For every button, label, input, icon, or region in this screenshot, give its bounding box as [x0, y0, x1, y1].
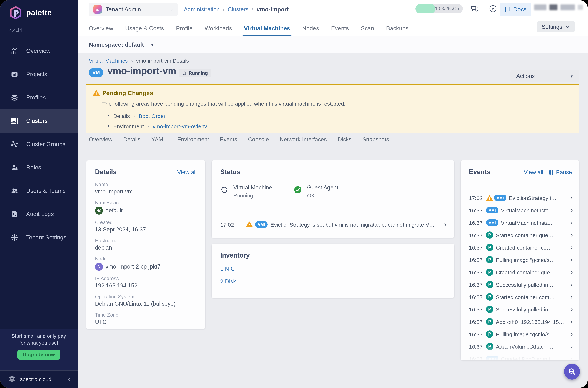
event-row[interactable]: 16:37 P Successfully pulled im… ›	[469, 303, 573, 315]
events-view-all-link[interactable]: View all	[524, 169, 543, 175]
inventory-card-title: Inventory	[220, 252, 250, 259]
inventory-nic-link[interactable]: 1 NIC	[220, 266, 446, 272]
chevron-right-icon: ›	[444, 220, 446, 228]
chevron-right-icon: ›	[147, 123, 149, 129]
sidebar-item-cluster-groups[interactable]: Cluster Groups	[0, 133, 78, 156]
pod-badge: P	[486, 244, 493, 251]
refresh-icon	[182, 71, 186, 75]
sidebar-item-roles[interactable]: Roles	[0, 156, 78, 179]
subtab-console[interactable]: Console	[248, 136, 269, 143]
sidebar-item-users-teams[interactable]: Users & Teams	[0, 179, 78, 203]
event-row[interactable]: 16:37 VMI VirtualMachineInsta… ›	[469, 204, 573, 217]
subtab-disks[interactable]: Disks	[338, 136, 352, 143]
breadcrumb-clusters[interactable]: Clusters	[228, 6, 249, 13]
event-row[interactable]: 16:37 P Pulling image "gcr.io/s… ›	[469, 328, 573, 340]
book-icon	[504, 6, 511, 13]
chevron-right-icon: ›	[570, 330, 573, 338]
sidebar: palette 4.4.14 Overview Projects Profil	[0, 0, 78, 388]
topbar: Tenant Admin ∨ Administration / Clusters…	[78, 0, 588, 37]
actions-dropdown[interactable]: Actions ▼	[510, 70, 579, 82]
pod-badge: P	[486, 231, 493, 239]
event-row[interactable]: 16:37 P AttachVolume.Attach … ›	[469, 340, 573, 353]
event-row[interactable]: 16:37 P Pulling image "gcr.io/s… ›	[469, 254, 573, 266]
pod-badge: P	[486, 318, 493, 325]
breadcrumb-current: vmo-import	[256, 6, 289, 13]
settings-label: Settings	[542, 24, 562, 30]
search-fab[interactable]	[564, 364, 580, 380]
compass-icon[interactable]	[489, 4, 497, 13]
docs-button[interactable]: Docs	[500, 2, 531, 16]
event-row[interactable]: 16:37 VMI VirtualMachineInsta… ›	[469, 217, 573, 229]
subtab-details[interactable]: Details	[123, 136, 140, 143]
events-list: 17:02 VMI EvictionStrategy i… › 16:37 VM…	[461, 192, 579, 360]
sidebar-item-overview[interactable]: Overview	[0, 39, 78, 63]
sidebar-item-profiles[interactable]: Profiles	[0, 86, 78, 109]
pod-badge: P	[486, 268, 493, 276]
pending-changes-title: Pending Changes	[102, 90, 153, 97]
event-row[interactable]: 17:02 VMI EvictionStrategy i… ›	[469, 192, 573, 204]
subtab-network-interfaces[interactable]: Network Interfaces	[280, 136, 327, 143]
roles-icon	[10, 163, 19, 172]
pending-link-boot-order[interactable]: Boot Order	[139, 113, 165, 119]
settings-button[interactable]: Settings	[537, 21, 575, 32]
tab-workloads[interactable]: Workloads	[205, 20, 232, 36]
breadcrumb-administration[interactable]: Administration	[184, 6, 220, 13]
promo-line-1: Start small and only pay	[0, 333, 78, 340]
event-row[interactable]: 16:37 P Started container gue… ›	[469, 229, 573, 241]
subtab-yaml[interactable]: YAML	[152, 136, 166, 143]
event-row[interactable]: 16:37 P Add eth0 [192.168.194.15… ›	[469, 315, 573, 328]
sidebar-item-clusters[interactable]: Clusters	[0, 109, 78, 133]
events-pause-button[interactable]: Pause	[549, 169, 572, 175]
sidebar-item-projects[interactable]: Projects	[0, 63, 78, 86]
tab-scan[interactable]: Scan	[361, 20, 374, 36]
detail-field-name: Name vmo-import-vm	[95, 182, 197, 195]
details-view-all-link[interactable]: View all	[177, 169, 197, 175]
tab-overview[interactable]: Overview	[89, 20, 113, 36]
sidebar-item-label: Tenant Settings	[26, 234, 67, 241]
chevron-right-icon: ›	[570, 293, 573, 301]
inventory-disk-link[interactable]: 2 Disk	[220, 278, 446, 285]
docs-label: Docs	[513, 6, 527, 13]
chevron-right-icon: ›	[570, 206, 573, 214]
tab-virtual-machines[interactable]: Virtual Machines	[244, 20, 290, 36]
chevron-right-icon: ›	[570, 243, 573, 251]
tab-usage-costs[interactable]: Usage & Costs	[125, 20, 164, 36]
pending-changes-body: The following areas have pending changes…	[102, 100, 345, 107]
vm-breadcrumb-parent[interactable]: Virtual Machines	[89, 58, 128, 64]
events-card-title: Events	[469, 168, 490, 176]
subtab-environment[interactable]: Environment	[177, 136, 209, 143]
vmi-badge: VMI	[486, 207, 498, 214]
detail-field-hostname: Hostname debian	[95, 238, 197, 251]
subtab-snapshots[interactable]: Snapshots	[362, 136, 389, 143]
sidebar-item-audit-logs[interactable]: Audit Logs	[0, 203, 78, 226]
chevron-right-icon: ›	[570, 256, 573, 264]
projects-icon	[10, 70, 19, 79]
detail-field-time-zone: Time Zone UTC	[95, 312, 197, 325]
check-circle-icon	[293, 185, 302, 194]
pending-link-ovfenv[interactable]: vmo-import-vm-ovfenv	[153, 123, 207, 129]
chat-icon[interactable]	[470, 4, 479, 13]
tenant-selector[interactable]: Tenant Admin ∨	[89, 3, 178, 16]
breadcrumb: Administration / Clusters / vmo-import	[184, 3, 289, 16]
event-row[interactable]: 16:37 VMI Created PodDisrupti… ›	[469, 353, 573, 360]
tab-nodes[interactable]: Nodes	[302, 20, 319, 36]
subtab-events[interactable]: Events	[220, 136, 237, 143]
sidebar-item-tenant-settings[interactable]: Tenant Settings	[0, 226, 78, 249]
event-row[interactable]: 16:37 P Successfully pulled im… ›	[469, 278, 573, 291]
upgrade-now-button[interactable]: Upgrade now	[17, 350, 60, 360]
status-alert-row[interactable]: 17:02 VMI EvictionStrategy is set but vm…	[211, 211, 454, 238]
status-item-guest-agent: Guest Agent OK	[293, 184, 338, 198]
event-row[interactable]: 16:37 P Created container co… ›	[469, 241, 573, 254]
event-row[interactable]: 16:37 P Created container gue… ›	[469, 266, 573, 278]
tab-events[interactable]: Events	[331, 20, 349, 36]
collapse-sidebar-icon[interactable]: ‹	[68, 375, 70, 383]
tab-backups[interactable]: Backups	[386, 20, 408, 36]
tab-profile[interactable]: Profile	[176, 20, 193, 36]
namespace-selector[interactable]: Namespace: default	[89, 41, 144, 48]
subtab-overview[interactable]: Overview	[89, 136, 112, 143]
pending-area: Details	[113, 113, 130, 119]
vm-breadcrumb: Virtual Machines › vmo-import-vm Details	[89, 58, 189, 64]
chevron-right-icon: ›	[570, 219, 573, 226]
search-icon	[567, 367, 577, 376]
event-row[interactable]: 16:37 P Started container com… ›	[469, 291, 573, 303]
